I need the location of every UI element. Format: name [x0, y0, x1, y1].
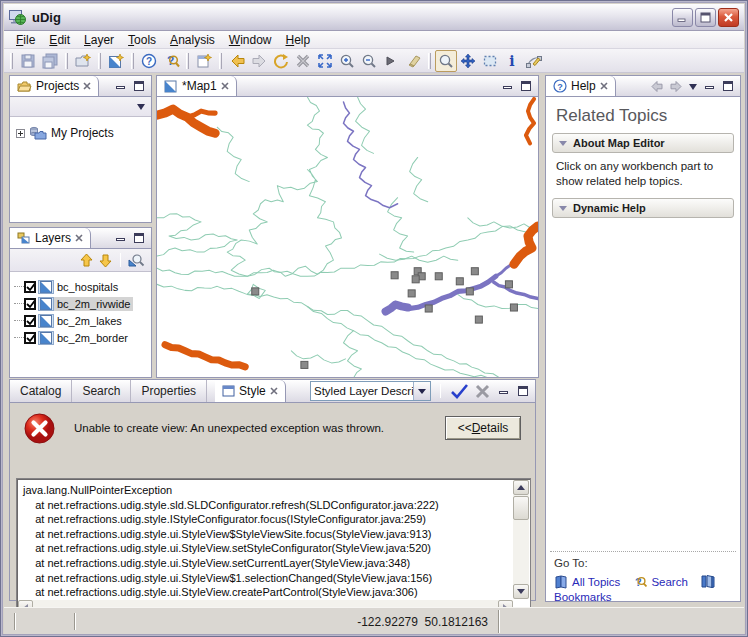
- toolbar-grip[interactable]: [10, 53, 13, 69]
- toolbar-grip[interactable]: [186, 53, 189, 69]
- zoom-out-button[interactable]: [358, 50, 380, 72]
- scrollbar-thumb[interactable]: [513, 496, 529, 520]
- layers-icon: [17, 232, 31, 245]
- map-canvas[interactable]: [157, 97, 538, 377]
- style-format-combo[interactable]: Styled Layer Descrip: [310, 381, 431, 401]
- layer-checkbox[interactable]: [24, 315, 36, 327]
- move-layer-down-icon[interactable]: [98, 253, 113, 268]
- zoom-extent-button[interactable]: [314, 50, 336, 72]
- tree-item-my-projects[interactable]: My Projects: [51, 126, 114, 140]
- tab-map1[interactable]: *Map1: [157, 76, 237, 96]
- minimize-view-button[interactable]: [500, 79, 514, 93]
- tab-projects[interactable]: Projects: [10, 76, 99, 96]
- all-topics-link[interactable]: All Topics: [554, 575, 620, 589]
- cancel-x-icon[interactable]: [475, 384, 490, 399]
- menu-layer[interactable]: Layer: [77, 32, 121, 48]
- help-section-about-map-editor[interactable]: About Map Editor: [552, 133, 734, 153]
- layer-checkbox[interactable]: [24, 298, 36, 310]
- layer-row[interactable]: bc_2m_rivwide: [10, 295, 151, 312]
- view-menu-icon[interactable]: [137, 104, 145, 114]
- toolbar-grip[interactable]: [219, 53, 222, 69]
- layer-checkbox[interactable]: [24, 332, 36, 344]
- toolbar-grip[interactable]: [428, 53, 431, 69]
- details-button[interactable]: << Details: [445, 416, 521, 440]
- eraser-button[interactable]: [402, 50, 424, 72]
- close-tab-icon[interactable]: [221, 82, 229, 90]
- move-layer-up-icon[interactable]: [79, 253, 94, 268]
- help-section-dynamic-help[interactable]: Dynamic Help: [552, 198, 734, 218]
- minimize-view-button[interactable]: [496, 384, 510, 398]
- maximize-view-button[interactable]: [132, 231, 146, 245]
- toolbar-grip[interactable]: [98, 53, 101, 69]
- zoom-in-button[interactable]: [336, 50, 358, 72]
- refresh-button[interactable]: [270, 50, 292, 72]
- menu-help[interactable]: Help: [279, 32, 318, 48]
- scroll-down-icon[interactable]: [513, 584, 529, 599]
- forward-button[interactable]: [248, 50, 270, 72]
- back-arrow-icon: [229, 53, 246, 69]
- maximize-view-button[interactable]: [519, 79, 533, 93]
- menu-file[interactable]: File: [9, 32, 42, 48]
- maximize-view-button[interactable]: [721, 79, 735, 93]
- help-forward-icon[interactable]: [669, 80, 684, 93]
- save-button[interactable]: [17, 50, 39, 72]
- tab-properties[interactable]: Properties: [131, 380, 207, 402]
- back-button[interactable]: [226, 50, 248, 72]
- layer-row[interactable]: bc_hospitals: [10, 278, 151, 295]
- delete-button[interactable]: [292, 50, 314, 72]
- combo-dropdown-icon[interactable]: [413, 382, 430, 400]
- map-viewport[interactable]: [157, 97, 538, 377]
- close-tab-icon[interactable]: [270, 387, 278, 395]
- toolbar-grip[interactable]: [131, 53, 134, 69]
- save-all-button[interactable]: [39, 50, 61, 72]
- menu-edit[interactable]: Edit: [42, 32, 77, 48]
- view-menu-icon[interactable]: [689, 84, 697, 94]
- search-link[interactable]: ? Search: [632, 575, 687, 589]
- style-editor-icon[interactable]: [128, 253, 145, 268]
- search-help-button[interactable]: ?: [160, 50, 182, 72]
- minimize-view-button[interactable]: [702, 79, 716, 93]
- apply-button[interactable]: [380, 50, 402, 72]
- check-icon: [26, 316, 34, 326]
- toolbar-grip[interactable]: [65, 53, 68, 69]
- minimize-view-button[interactable]: [113, 79, 127, 93]
- close-tab-icon[interactable]: [75, 234, 83, 242]
- menu-window[interactable]: Window: [222, 32, 279, 48]
- edit-geometry-button[interactable]: [523, 50, 545, 72]
- maximize-view-button[interactable]: [516, 384, 530, 398]
- apply-check-icon[interactable]: [450, 383, 469, 399]
- help-back-icon[interactable]: [649, 80, 664, 93]
- layer-row[interactable]: bc_2m_lakes: [10, 312, 151, 329]
- tab-catalog[interactable]: Catalog: [10, 380, 72, 402]
- refresh-icon: [273, 53, 290, 69]
- new-map-button[interactable]: [105, 50, 127, 72]
- info-tool-button[interactable]: i: [501, 50, 523, 72]
- maximize-view-button[interactable]: [132, 79, 146, 93]
- vertical-scrollbar[interactable]: [513, 480, 529, 599]
- menu-analysis[interactable]: Analysis: [163, 32, 222, 48]
- close-tab-icon[interactable]: [83, 82, 91, 90]
- tab-layers[interactable]: Layers: [10, 228, 91, 248]
- zoom-tool-button[interactable]: [435, 50, 457, 72]
- stack-trace-box[interactable]: java.lang.NullPointerException at net.re…: [16, 478, 531, 617]
- scroll-up-icon[interactable]: [513, 480, 529, 495]
- tab-help[interactable]: ? Help: [546, 76, 616, 96]
- minimize-button[interactable]: [672, 8, 693, 27]
- layer-checkbox[interactable]: [24, 281, 36, 293]
- tab-search[interactable]: Search: [72, 380, 131, 402]
- tab-style[interactable]: Style: [215, 380, 286, 402]
- help-button[interactable]: ?: [138, 50, 160, 72]
- maximize-button[interactable]: [695, 8, 716, 27]
- tree-expand-icon[interactable]: [16, 129, 25, 138]
- bookmarks-icon[interactable]: [700, 574, 716, 589]
- menu-tools[interactable]: Tools: [121, 32, 163, 48]
- new-layer-button[interactable]: [193, 50, 215, 72]
- minimize-view-button[interactable]: [113, 231, 127, 245]
- new-project-button[interactable]: [72, 50, 94, 72]
- pan-tool-button[interactable]: [457, 50, 479, 72]
- select-tool-button[interactable]: [479, 50, 501, 72]
- bookmarks-link[interactable]: Bookmarks: [554, 591, 612, 603]
- close-tab-icon[interactable]: [600, 82, 608, 90]
- layer-row[interactable]: bc_2m_border: [10, 329, 151, 346]
- close-button[interactable]: [718, 8, 739, 27]
